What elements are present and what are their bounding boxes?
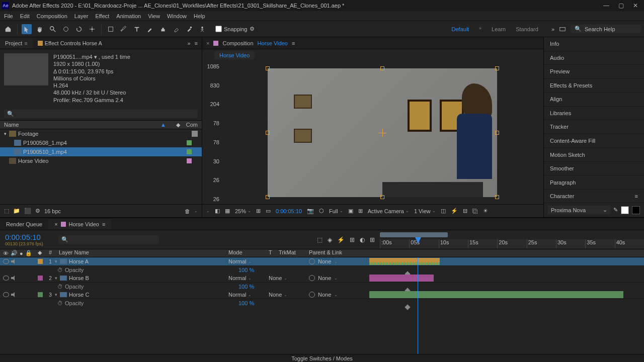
- anchor-point-icon[interactable]: [378, 129, 386, 137]
- transform-handle[interactable]: [266, 66, 270, 70]
- snapping-options-icon[interactable]: ⚙: [250, 26, 255, 32]
- panel-libraries[interactable]: Libraries: [544, 107, 644, 121]
- panel-menu-icon[interactable]: ≡: [635, 193, 638, 199]
- project-columns-header[interactable]: Name ▲ ◆ Com: [0, 120, 202, 129]
- pen-tool[interactable]: [119, 24, 129, 34]
- channel-icon[interactable]: ⬡: [319, 208, 324, 214]
- proj-footer-chevron-icon[interactable]: ⌄: [194, 209, 198, 213]
- audio-toggle[interactable]: [11, 259, 16, 264]
- video-col-icon[interactable]: 👁: [3, 250, 9, 256]
- panel-menu-icon[interactable]: ≡: [195, 40, 198, 46]
- pickwhip-icon[interactable]: [309, 292, 315, 298]
- safe-zones-icon[interactable]: ⊞: [256, 208, 261, 214]
- puppet-tool[interactable]: [197, 24, 207, 34]
- panel-tracker[interactable]: Tracker: [544, 120, 644, 134]
- transform-handle[interactable]: [380, 66, 384, 70]
- draft-3d-icon[interactable]: ◈: [328, 236, 332, 243]
- trkmat-dropdown[interactable]: None: [269, 292, 282, 298]
- type-tool[interactable]: [132, 24, 142, 34]
- transform-handle[interactable]: [495, 195, 499, 199]
- eraser-tool[interactable]: [171, 24, 181, 34]
- label-swatch[interactable]: [187, 149, 192, 154]
- project-tab-menu-icon[interactable]: ≡: [24, 40, 27, 46]
- pickwhip-icon[interactable]: [309, 275, 315, 281]
- blend-mode-dropdown[interactable]: Normal: [228, 275, 246, 281]
- sort-arrow-icon[interactable]: ▲: [160, 122, 166, 128]
- time-ruler[interactable]: :00s 05s 10s 15s 20s 25s 30s 35s 40s: [380, 239, 644, 248]
- layer-name[interactable]: Horse B: [69, 275, 89, 281]
- menu-window[interactable]: Window: [167, 13, 187, 19]
- audio-col-icon[interactable]: 🔊: [11, 250, 18, 256]
- panel-smoother[interactable]: Smoother: [544, 162, 644, 176]
- breadcrumb-item[interactable]: Horse Video: [214, 51, 255, 59]
- render-queue-tab[interactable]: Render Queue: [0, 219, 48, 229]
- flowchart-icon[interactable]: ⿻: [472, 208, 478, 214]
- layer-bar[interactable]: [369, 291, 623, 298]
- layer-row-1[interactable]: 1 ▾ Horse A Normal⌄ None⌄: [0, 257, 644, 266]
- frame-blend-icon[interactable]: ⊞: [350, 236, 355, 243]
- views-dropdown[interactable]: 1 View⌄: [414, 208, 436, 214]
- col-name-header[interactable]: Name: [4, 122, 160, 128]
- playhead-line[interactable]: [418, 257, 418, 354]
- new-folder-icon[interactable]: 📁: [13, 208, 20, 214]
- layer-bar[interactable]: [369, 275, 434, 282]
- panel-info[interactable]: Info: [544, 37, 644, 51]
- delete-icon[interactable]: 🗑: [185, 208, 190, 214]
- menu-help[interactable]: Help: [194, 13, 205, 19]
- workspace-menu-icon[interactable]: ≡: [479, 26, 481, 32]
- layer-name[interactable]: Horse C: [69, 292, 89, 298]
- panel-motion-sketch[interactable]: Motion Sketch: [544, 148, 644, 162]
- viewer-chevron-icon[interactable]: ⌄: [206, 209, 210, 213]
- project-tab[interactable]: Project ≡: [0, 38, 33, 48]
- menu-edit[interactable]: Edit: [20, 13, 30, 19]
- layer-name[interactable]: Horse A: [69, 258, 89, 264]
- clone-stamp-tool[interactable]: [158, 24, 168, 34]
- trkmat-header[interactable]: TrkMat: [279, 249, 309, 257]
- panel-align[interactable]: Align: [544, 93, 644, 107]
- project-item-footage-folder[interactable]: ▾ Footage: [0, 129, 202, 138]
- video-toggle[interactable]: [3, 276, 9, 281]
- fill-color-swatch[interactable]: [621, 206, 629, 214]
- layer-twisty-icon[interactable]: ▾: [55, 259, 60, 264]
- timeline-search-input[interactable]: 🔍: [58, 235, 159, 244]
- pixel-aspect-icon[interactable]: ◫: [441, 208, 446, 214]
- mask-toggle-icon[interactable]: ▭: [266, 208, 271, 214]
- project-settings-icon[interactable]: ⚙: [35, 208, 40, 214]
- font-family-dropdown[interactable]: Proxima Nova ⌄: [548, 206, 610, 214]
- stopwatch-icon[interactable]: ⏱: [55, 284, 65, 290]
- grid-icon[interactable]: ⊞: [358, 208, 363, 214]
- label-swatch[interactable]: [38, 292, 43, 297]
- snapshot-icon[interactable]: 📷: [307, 208, 314, 214]
- parent-header[interactable]: Parent & Link: [309, 249, 369, 257]
- shy-toggle-icon[interactable]: ⚡: [337, 236, 345, 243]
- workspace-standard[interactable]: Standard: [516, 26, 538, 32]
- resolution-dropdown[interactable]: Full⌄: [329, 208, 343, 214]
- hand-tool[interactable]: [35, 24, 45, 34]
- transparency-grid-icon[interactable]: ▦: [225, 208, 230, 214]
- snapping-checkbox[interactable]: [215, 26, 222, 32]
- new-comp-icon[interactable]: ⬛: [24, 208, 31, 214]
- layer-bar[interactable]: [369, 258, 440, 265]
- composition-name[interactable]: Horse Video: [258, 40, 288, 46]
- transform-handle[interactable]: [380, 195, 384, 199]
- comp-mini-flowchart-icon[interactable]: ⬚: [317, 236, 323, 243]
- menu-animation[interactable]: Animation: [116, 13, 141, 19]
- bpc-toggle[interactable]: 16 bpc: [44, 208, 61, 214]
- anchor-tool[interactable]: [87, 24, 97, 34]
- close-tab-icon[interactable]: ×: [54, 221, 57, 227]
- roto-brush-tool[interactable]: [184, 24, 194, 34]
- rectangle-tool[interactable]: [106, 24, 116, 34]
- roi-icon[interactable]: ▣: [348, 208, 353, 214]
- lock-col-icon[interactable]: 🔒: [25, 250, 32, 256]
- workspace-overflow-icon[interactable]: »: [551, 26, 554, 32]
- parent-dropdown[interactable]: None: [318, 275, 331, 281]
- workspace-learn[interactable]: Learn: [492, 26, 506, 32]
- work-area-bar[interactable]: [380, 232, 448, 237]
- menu-layer[interactable]: Layer: [74, 13, 89, 19]
- clip-thumbnail[interactable]: [4, 53, 48, 85]
- opacity-property-row[interactable]: ⏱ Opacity 100 %: [0, 283, 644, 291]
- preview-timecode[interactable]: 0:00:05:10: [276, 208, 302, 214]
- graph-editor-icon[interactable]: ⊞: [370, 236, 375, 243]
- label-swatch[interactable]: [38, 259, 43, 264]
- minimize-button[interactable]: —: [603, 2, 609, 9]
